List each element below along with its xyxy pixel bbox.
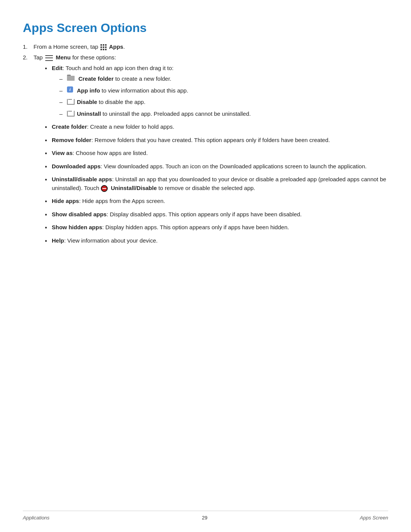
step-2: 2. Tap Menu for these options: Edit: Tou…	[23, 54, 388, 249]
step-2-number: 2.	[23, 54, 33, 61]
edit-sub-list: Create folder to create a new folder. i …	[52, 75, 388, 118]
sub-disable: Disable to disable the app.	[59, 98, 388, 107]
option-help: Help: View information about your device…	[45, 236, 388, 245]
apps-label: Apps	[109, 43, 123, 50]
menu-label: Menu	[56, 54, 71, 61]
options-list: Edit: Touch and hold an app icon then dr…	[33, 64, 388, 245]
main-list: 1. From a Home screen, tap Apps. 2. Tap …	[23, 43, 388, 249]
footer-right: Apps Screen	[360, 515, 388, 521]
option-downloaded-apps: Downloaded apps: View downloaded apps. T…	[45, 162, 388, 171]
step-1-number: 1.	[23, 43, 33, 50]
step-1-text: From a Home screen, tap Apps.	[33, 43, 125, 50]
page-content: Apps Screen Options 1. From a Home scree…	[0, 0, 411, 284]
footer-page-number: 29	[202, 515, 207, 521]
step-2-text: Tap Menu for these options: Edit: Touch …	[33, 54, 388, 249]
option-view-as: View as: Choose how apps are listed.	[45, 149, 388, 158]
option-remove-folder: Remove folder: Remove folders that you h…	[45, 136, 388, 145]
option-hide-apps: Hide apps: Hide apps from the Apps scree…	[45, 197, 388, 206]
info-icon: i	[67, 86, 73, 93]
footer-left: Applications	[23, 515, 49, 521]
menu-icon	[45, 55, 53, 61]
folder-icon	[67, 75, 75, 81]
page-title: Apps Screen Options	[23, 21, 388, 35]
sub-app-info: i App info to view information about thi…	[59, 86, 388, 95]
disable-icon	[67, 98, 73, 105]
step-1: 1. From a Home screen, tap Apps.	[23, 43, 388, 50]
sub-create-folder: Create folder to create a new folder.	[59, 75, 388, 83]
uninstall-disable-icon	[101, 185, 108, 192]
option-uninstall-disable: Uninstall/disable apps: Uninstall an app…	[45, 175, 388, 192]
option-edit: Edit: Touch and hold an app icon then dr…	[45, 64, 388, 118]
edit-label: Edit	[52, 65, 62, 71]
uninstall-icon	[67, 110, 73, 117]
apps-grid-icon	[100, 44, 107, 50]
option-show-hidden: Show hidden apps: Display hidden apps. T…	[45, 223, 388, 232]
sub-uninstall: Uninstall to uninstall the app. Preloade…	[59, 110, 388, 118]
option-show-disabled: Show disabled apps: Display disabled app…	[45, 210, 388, 219]
option-create-folder: Create folder: Create a new folder to ho…	[45, 123, 388, 131]
page-footer: Applications 29 Apps Screen	[23, 511, 388, 521]
